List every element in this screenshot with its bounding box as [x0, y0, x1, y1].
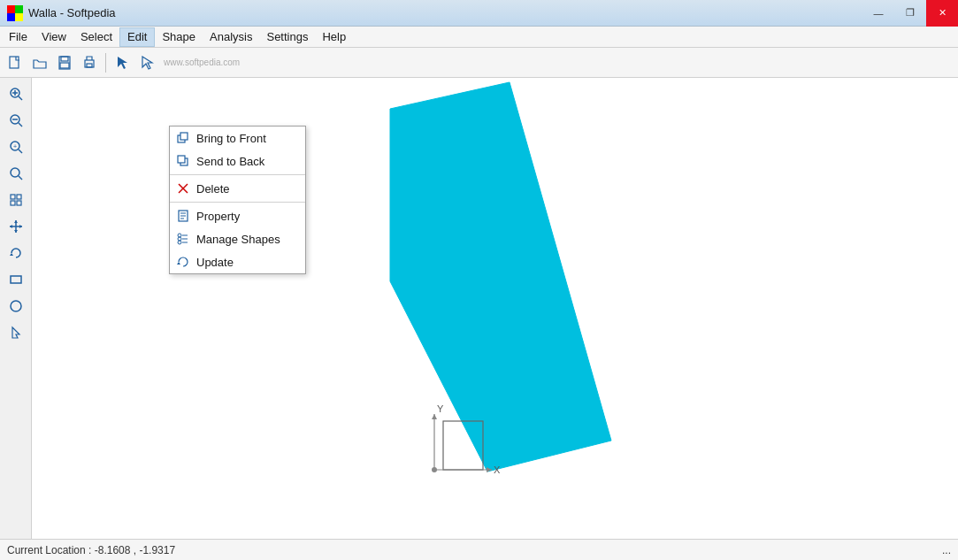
toolbar-cursor[interactable]: [111, 51, 134, 74]
menu-select[interactable]: Select: [73, 27, 119, 47]
tool-select-all[interactable]: [4, 188, 28, 212]
app-icon: [7, 5, 23, 21]
menu-bar: File View Select Edit Shape Analysis Set…: [0, 27, 958, 48]
minimize-button[interactable]: —: [862, 0, 894, 27]
location-text: Current Location : -8.1608 , -1.9317: [7, 544, 175, 556]
x-label: X: [494, 464, 501, 475]
delete-label: Delete: [196, 182, 230, 196]
menu-shape[interactable]: Shape: [155, 27, 203, 47]
svg-marker-10: [118, 57, 127, 69]
send-back-icon: [175, 153, 191, 169]
cyan-shape[interactable]: [390, 82, 611, 472]
svg-line-13: [19, 96, 22, 100]
svg-rect-7: [60, 63, 69, 68]
menu-analysis[interactable]: Analysis: [203, 27, 259, 47]
tool-move[interactable]: [4, 214, 28, 239]
svg-rect-41: [178, 156, 185, 163]
toolbar-sep-1: [105, 53, 106, 73]
svg-line-17: [19, 123, 22, 127]
svg-rect-3: [15, 13, 23, 21]
menu-separator-1: [170, 174, 305, 175]
svg-rect-1: [15, 5, 23, 13]
svg-marker-31: [14, 230, 18, 233]
toolbar: www.softpedia.com: [0, 48, 958, 78]
watermark-text: www.softpedia.com: [164, 58, 240, 67]
svg-marker-54: [177, 262, 180, 265]
title-bar: Walla - Softpedia — ❐ ✕: [0, 0, 958, 27]
canvas-area[interactable]: X Y Bring to Front Send to Back: [32, 78, 958, 539]
svg-marker-33: [19, 225, 22, 228]
svg-line-20: [19, 150, 22, 153]
toolbar-print[interactable]: [78, 51, 101, 74]
y-label: Y: [437, 403, 444, 414]
menu-view[interactable]: View: [34, 27, 73, 47]
menu-delete[interactable]: Delete: [170, 177, 305, 200]
origin-dot: [432, 467, 437, 472]
svg-marker-32: [10, 225, 12, 228]
bring-front-label: Bring to Front: [196, 132, 266, 145]
svg-rect-26: [11, 201, 15, 205]
restore-button[interactable]: ❐: [894, 0, 926, 27]
manage-shapes-label: Manage Shapes: [196, 233, 280, 246]
svg-point-49: [178, 237, 181, 241]
svg-marker-11: [142, 57, 152, 69]
menu-update[interactable]: Update: [170, 250, 305, 273]
title-bar-left: Walla - Softpedia: [0, 5, 116, 21]
tool-zoom-in[interactable]: [4, 81, 28, 106]
menu-send-back[interactable]: Send to Back: [170, 150, 305, 173]
window-title: Walla - Softpedia: [28, 6, 116, 19]
svg-line-23: [19, 176, 22, 180]
svg-rect-25: [17, 195, 21, 199]
toolbar-open[interactable]: [28, 51, 51, 74]
svg-rect-27: [17, 201, 21, 205]
menu-manage-shapes[interactable]: Manage Shapes: [170, 227, 305, 250]
tool-pointer[interactable]: [4, 320, 28, 345]
tool-circle[interactable]: [4, 294, 28, 318]
main-layout: +: [0, 78, 958, 539]
svg-rect-9: [87, 64, 92, 67]
toolbar-save[interactable]: [53, 51, 76, 74]
tool-rotate[interactable]: [4, 241, 28, 265]
send-back-label: Send to Back: [196, 155, 264, 168]
property-icon: [175, 208, 191, 224]
menu-property[interactable]: Property: [170, 204, 305, 227]
menu-settings[interactable]: Settings: [259, 27, 315, 47]
status-right: ...: [942, 544, 951, 556]
title-bar-controls: — ❐ ✕: [862, 0, 958, 27]
tool-pan[interactable]: [4, 161, 28, 186]
property-label: Property: [196, 210, 240, 223]
svg-text:+: +: [13, 143, 17, 150]
toolbar-new[interactable]: [4, 51, 27, 74]
update-label: Update: [196, 256, 234, 269]
svg-rect-6: [61, 57, 68, 61]
menu-edit[interactable]: Edit: [119, 27, 155, 47]
menu-separator-2: [170, 202, 305, 203]
close-button[interactable]: ✕: [926, 0, 958, 27]
delete-icon: [175, 180, 191, 196]
update-icon: [175, 254, 191, 270]
menu-file[interactable]: File: [2, 27, 34, 47]
tool-zoom-out[interactable]: [4, 108, 28, 133]
svg-point-48: [178, 234, 181, 237]
edit-dropdown-menu: Bring to Front Send to Back Delete: [169, 126, 306, 274]
svg-rect-4: [10, 57, 19, 68]
svg-point-50: [178, 241, 181, 244]
svg-point-36: [11, 301, 21, 311]
tool-rectangle[interactable]: [4, 267, 28, 292]
status-bar: Current Location : -8.1608 , -1.9317 ...: [0, 539, 958, 560]
bring-front-icon: [175, 130, 191, 146]
svg-marker-37: [12, 327, 19, 338]
toolbar-select[interactable]: [135, 51, 158, 74]
svg-marker-30: [14, 220, 18, 223]
manage-shapes-icon: [175, 231, 191, 247]
svg-marker-34: [10, 253, 13, 256]
menu-help[interactable]: Help: [315, 27, 353, 47]
svg-rect-35: [11, 276, 21, 283]
tool-zoom-fit[interactable]: +: [4, 134, 28, 159]
left-toolbar: +: [0, 78, 32, 539]
menu-bring-front[interactable]: Bring to Front: [170, 127, 305, 150]
svg-rect-0: [7, 5, 15, 13]
svg-rect-39: [180, 133, 188, 140]
svg-point-22: [11, 168, 19, 177]
svg-rect-2: [7, 13, 15, 21]
